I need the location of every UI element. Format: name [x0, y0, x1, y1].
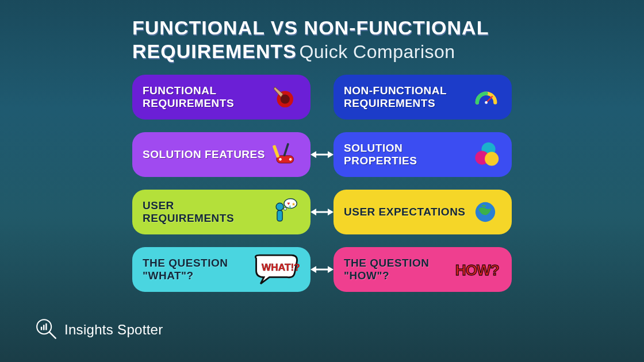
card-label: USER EXPECTATIONS [344, 206, 466, 218]
card-label: NON-FUNCTIONAL REQUIREMENTS [344, 84, 469, 110]
card-label: SOLUTION FEATURES [143, 148, 265, 161]
svg-point-7 [279, 158, 282, 161]
svg-rect-31 [41, 327, 43, 330]
svg-point-18 [284, 207, 287, 210]
swiss-knife-icon [268, 138, 300, 171]
svg-marker-24 [328, 209, 334, 215]
card-functional-requirements: FUNCTIONAL REQUIREMENTS [132, 75, 310, 120]
svg-line-30 [49, 332, 56, 338]
svg-rect-5 [273, 145, 280, 158]
double-arrow-icon [310, 149, 334, 160]
svg-rect-33 [45, 324, 47, 330]
svg-marker-28 [328, 266, 334, 273]
card-label: FUNCTIONAL REQUIREMENTS [143, 84, 268, 110]
svg-point-8 [289, 158, 292, 161]
svg-marker-23 [310, 209, 316, 215]
brand-name: Insights Spotter [64, 322, 163, 338]
svg-rect-6 [283, 143, 289, 157]
what-speech-icon: WHAT!? [251, 253, 300, 286]
card-label: USER REQUIREMENTS [143, 199, 268, 225]
double-arrow-icon [310, 206, 334, 218]
card-question-how: THE QUESTION "HOW"? HOW? [334, 247, 512, 292]
gauge-icon [469, 81, 501, 113]
brand-footer: Insights Spotter [34, 317, 163, 342]
what-speech-text: WHAT!? [262, 261, 300, 273]
venn-circles-icon [469, 138, 501, 171]
svg-point-14 [485, 152, 499, 165]
how-speech-text: HOW? [455, 261, 499, 279]
svg-marker-11 [328, 151, 334, 158]
person-thought-icon: ♥ ★ $ [268, 196, 300, 228]
double-arrow-icon [310, 264, 334, 275]
card-user-requirements: USER REQUIREMENTS ♥ ★ $ [132, 190, 310, 234]
svg-rect-32 [43, 325, 45, 330]
svg-marker-10 [310, 151, 316, 158]
card-label: SOLUTION PROPERTIES [344, 142, 469, 167]
svg-point-3 [485, 101, 488, 104]
button-press-icon [268, 81, 300, 113]
svg-rect-16 [277, 210, 282, 221]
card-question-what: THE QUESTION "WHAT"? WHAT!? [132, 247, 310, 292]
card-label: THE QUESTION "WHAT"? [143, 257, 251, 282]
svg-marker-27 [310, 266, 316, 273]
title-bold-line1: FUNCTIONAL VS NON-FUNCTIONAL [132, 17, 489, 38]
card-user-expectations: USER EXPECTATIONS [334, 190, 512, 234]
svg-point-15 [276, 203, 283, 210]
title-light: Quick Comparison [299, 41, 455, 62]
card-solution-features: SOLUTION FEATURES [132, 132, 310, 177]
comparison-grid: FUNCTIONAL REQUIREMENTS NON-FUNCTIONAL R… [132, 75, 512, 292]
card-label: THE QUESTION "HOW"? [344, 257, 453, 282]
card-non-functional-requirements: NON-FUNCTIONAL REQUIREMENTS [334, 75, 512, 120]
svg-text:$: $ [289, 205, 291, 210]
card-solution-properties: SOLUTION PROPERTIES [334, 132, 512, 177]
how-speech-icon: HOW? [453, 253, 501, 286]
svg-text:★: ★ [292, 201, 296, 207]
magnifier-chart-icon [34, 317, 57, 342]
title-bold-line2: REQUIREMENTS [132, 40, 297, 62]
globe-icon [469, 196, 501, 228]
title-block: FUNCTIONAL VS NON-FUNCTIONAL REQUIREMENT… [132, 16, 535, 63]
